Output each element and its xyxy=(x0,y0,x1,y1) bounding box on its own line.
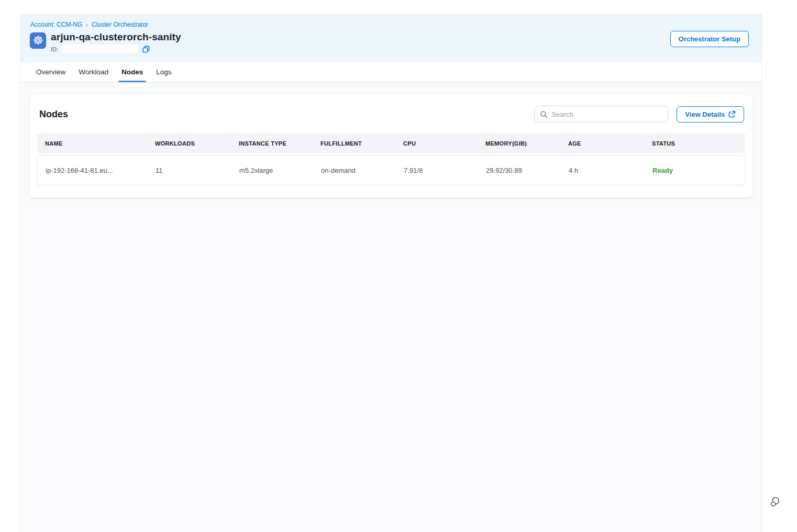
tab-overview[interactable]: Overview xyxy=(35,62,67,82)
breadcrumb: Account: CCM-NG › Cluster Orchestrator xyxy=(30,21,749,28)
column-header-age: AGE xyxy=(568,140,652,147)
app-panel: Account: CCM-NG › Cluster Orchestrator ☸… xyxy=(20,14,762,532)
column-header-fulfillment: FULFILLMENT xyxy=(320,140,403,147)
kubernetes-icon: ☸ xyxy=(30,32,46,49)
tab-bar: Overview Workload Nodes Logs xyxy=(20,62,761,83)
table-row[interactable]: ip-192-168-41-81.eu... 11 m5.2xlarge on-… xyxy=(37,155,745,185)
column-header-workloads: WORKLOADS xyxy=(155,140,239,147)
column-header-memory: MEMORY(GIB) xyxy=(485,140,568,147)
cell-memory: 29.92/30.89 xyxy=(486,167,569,174)
page-title: arjun-qa-clusterorch-sanity xyxy=(51,31,181,43)
nodes-table: NAME WORKLOADS INSTANCE TYPE FULFILLMENT… xyxy=(37,134,745,185)
tab-nodes[interactable]: Nodes xyxy=(120,62,144,82)
search-box[interactable] xyxy=(534,106,668,123)
view-details-label: View Details xyxy=(685,110,725,118)
external-link-icon xyxy=(728,110,736,118)
page-header: Account: CCM-NG › Cluster Orchestrator ☸… xyxy=(20,14,761,62)
column-header-cpu: CPU xyxy=(403,140,485,147)
tab-workload[interactable]: Workload xyxy=(78,62,109,82)
id-label: ID: xyxy=(51,46,58,52)
copy-icon[interactable] xyxy=(142,45,150,53)
orchestrator-setup-button[interactable]: Orchestrator Setup xyxy=(670,31,749,47)
status-badge: Ready xyxy=(652,167,740,174)
breadcrumb-separator-icon: › xyxy=(86,21,88,28)
search-input[interactable] xyxy=(551,110,662,118)
tab-logs[interactable]: Logs xyxy=(155,62,172,82)
nodes-card: Nodes View Details xyxy=(30,95,752,197)
column-header-status: STATUS xyxy=(652,140,741,147)
cell-instance-type: m5.2xlarge xyxy=(239,167,321,174)
cell-name: ip-192-168-41-81.eu... xyxy=(46,167,156,174)
chat-help-icon[interactable] xyxy=(769,494,783,508)
search-icon xyxy=(540,110,548,118)
cell-cpu: 7.91/8 xyxy=(404,167,486,174)
cell-age: 4 h xyxy=(569,167,652,174)
id-value-redacted xyxy=(61,45,138,53)
table-header-row: NAME WORKLOADS INSTANCE TYPE FULFILLMENT… xyxy=(37,134,745,153)
column-header-name: NAME xyxy=(45,140,155,147)
breadcrumb-account-link[interactable]: Account: CCM-NG xyxy=(30,21,82,28)
breadcrumb-section-link[interactable]: Cluster Orchestrator xyxy=(92,21,148,28)
column-header-instance-type: INSTANCE TYPE xyxy=(239,140,320,147)
cell-workloads: 11 xyxy=(156,167,239,174)
view-details-button[interactable]: View Details xyxy=(677,106,744,123)
nodes-card-title: Nodes xyxy=(39,109,68,120)
cell-fulfillment: on-demand xyxy=(321,167,404,174)
